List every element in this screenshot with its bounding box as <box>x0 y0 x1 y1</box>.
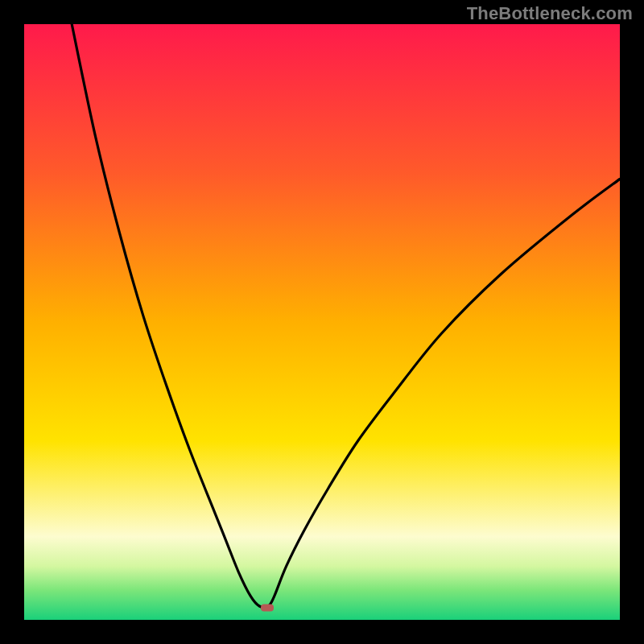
optimal-marker <box>261 605 274 612</box>
watermark-text: TheBottleneck.com <box>467 3 633 24</box>
chart-frame: TheBottleneck.com <box>0 0 644 644</box>
curve-layer <box>24 24 620 620</box>
bottleneck-curve <box>72 24 620 608</box>
plot-area <box>24 24 620 620</box>
